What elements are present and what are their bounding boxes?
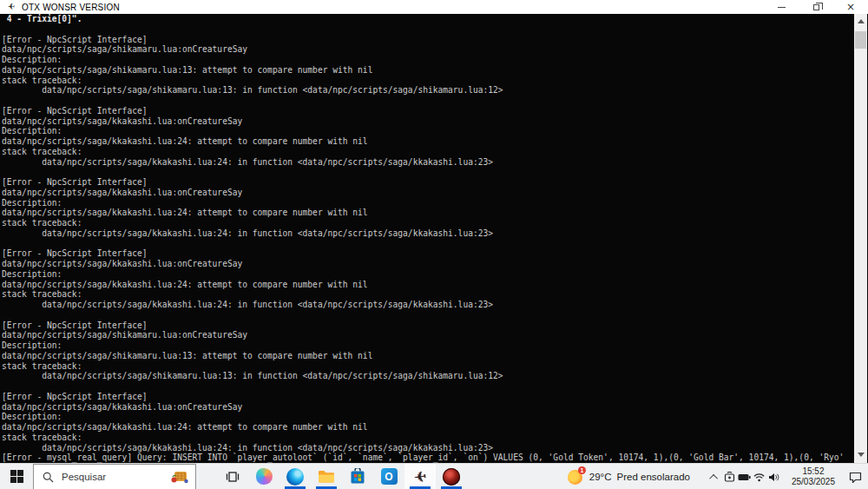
console-line: data/npc/scripts/saga/kkakashi.lua:24: a… xyxy=(2,208,854,218)
console-line: [Error - NpcScript Interface] xyxy=(2,177,854,188)
console-line: [Error - NpcScript Interface] xyxy=(2,35,854,45)
console-line: Description: xyxy=(2,412,854,422)
weather-widget[interactable]: 1 29°C Pred ensolarado xyxy=(559,464,699,489)
console-line xyxy=(2,310,854,320)
console-line: Description: xyxy=(2,269,854,280)
game-orb-icon xyxy=(443,468,460,486)
console-line: data/npc/scripts/saga/kkakashi.lua:24: i… xyxy=(2,300,854,310)
console-line: data/npc/scripts/saga/kkakashi.lua:onCre… xyxy=(2,402,854,413)
console-output: 4 - Trixie[0]".[Error - NpcScript Interf… xyxy=(2,14,854,463)
file-explorer-button[interactable] xyxy=(311,464,342,489)
network-tray-button[interactable] xyxy=(752,464,766,489)
console-line xyxy=(2,381,854,392)
console-line: data/npc/scripts/saga/kkakashi.lua:24: a… xyxy=(2,422,854,433)
scrollbar-thumb[interactable] xyxy=(855,31,866,49)
clock-time: 15:52 xyxy=(792,466,835,477)
microsoft-store-icon xyxy=(350,468,365,485)
task-view-icon xyxy=(226,471,240,483)
console-line: Description: xyxy=(2,340,854,351)
speaker-icon xyxy=(768,472,779,482)
console-window[interactable]: 4 - Trixie[0]".[Error - NpcScript Interf… xyxy=(0,14,868,463)
weather-condition: Pred ensolarado xyxy=(617,472,690,482)
copilot-button[interactable] xyxy=(248,464,279,489)
console-line xyxy=(2,239,854,249)
console-line: data/npc/scripts/saga/kkakashi.lua:24: a… xyxy=(2,280,854,290)
console-line: data/npc/scripts/saga/kkakashi.lua:24: i… xyxy=(2,443,854,453)
console-line: data/npc/scripts/saga/kkakashi.lua:24: i… xyxy=(2,157,854,168)
console-line: stack traceback: xyxy=(2,147,854,157)
restore-icon xyxy=(813,4,819,10)
weather-temperature: 29°C xyxy=(589,472,612,482)
console-line: Description: xyxy=(2,126,854,136)
show-hidden-icons-button[interactable] xyxy=(707,464,722,489)
console-line: 4 - Trixie[0]". xyxy=(2,14,854,24)
window-titlebar: ✈ OTX WONSR VERSION × xyxy=(0,0,868,14)
console-line: data/npc/scripts/saga/shikamaru.lua:13: … xyxy=(2,65,854,76)
desktop-screen: ✈ OTX WONSR VERSION × 4 - Trixie[0]".[Er… xyxy=(0,0,868,489)
weather-badge: 1 xyxy=(578,466,586,474)
outlook-letter: O xyxy=(385,471,392,483)
cast-device-tray-button[interactable] xyxy=(722,464,737,489)
edge-icon xyxy=(286,468,304,486)
edge-button[interactable] xyxy=(279,464,311,489)
scrollbar-up-button[interactable] xyxy=(854,14,867,28)
taskbar-clock[interactable]: 15:52 25/03/2025 xyxy=(788,466,838,487)
close-icon: × xyxy=(846,2,855,12)
console-line: stack traceback: xyxy=(2,433,854,443)
taskbar-app-icons: O ✈ xyxy=(217,464,467,489)
file-explorer-icon xyxy=(318,470,335,484)
console-line: Description: xyxy=(2,55,854,65)
microsoft-store-button[interactable] xyxy=(342,464,373,489)
console-line: data/npc/scripts/saga/kkakashi.lua:onCre… xyxy=(2,188,854,198)
console-line xyxy=(2,167,854,177)
clock-date: 25/03/2025 xyxy=(792,477,835,487)
task-view-button[interactable] xyxy=(217,464,248,489)
console-line xyxy=(2,96,854,106)
action-center-icon xyxy=(849,472,862,483)
wifi-icon xyxy=(753,472,765,482)
scroll-up-icon xyxy=(858,19,865,23)
console-line: [Error - NpcScript Interface] xyxy=(2,320,854,331)
window-airplane-icon[interactable]: ✈ xyxy=(6,2,16,12)
console-line: data/npc/scripts/saga/shikamaru.lua:13: … xyxy=(2,371,854,381)
console-line: data/npc/scripts/saga/kkakashi.lua:24: a… xyxy=(2,136,854,147)
start-button[interactable] xyxy=(0,464,33,489)
cast-device-icon xyxy=(724,472,735,482)
minimize-button[interactable] xyxy=(764,0,799,14)
console-line xyxy=(2,24,854,35)
scroll-down-icon xyxy=(858,453,865,457)
console-line: [Error - NpcScript Interface] xyxy=(2,392,854,402)
search-input[interactable] xyxy=(54,472,171,482)
bing-daily-icon[interactable] xyxy=(171,470,188,484)
close-button[interactable]: × xyxy=(833,0,868,14)
window-title: OTX WONSR VERSION xyxy=(22,3,120,12)
console-line: data/npc/scripts/saga/shikamaru.lua:onCr… xyxy=(2,44,854,55)
volume-tray-button[interactable] xyxy=(766,464,781,489)
otx-app-button[interactable]: ✈ xyxy=(404,464,436,489)
restore-button[interactable] xyxy=(799,0,833,14)
console-line: data/npc/scripts/saga/shikamaru.lua:onCr… xyxy=(2,330,854,340)
window-controls: × xyxy=(764,0,868,14)
console-line: Description: xyxy=(2,198,854,208)
windows-logo-icon xyxy=(10,470,23,483)
otx-airplane-icon: ✈ xyxy=(413,467,428,486)
battery-tray-button[interactable] xyxy=(737,464,752,489)
console-line: [Error - NpcScript Interface] xyxy=(2,106,854,116)
sun-weather-icon: 1 xyxy=(568,470,582,485)
battery-icon xyxy=(738,473,751,481)
copilot-icon xyxy=(256,468,273,485)
game-orb-button[interactable] xyxy=(436,464,467,489)
console-line: stack traceback: xyxy=(2,76,854,86)
console-line: data/npc/scripts/saga/kkakashi.lua:onCre… xyxy=(2,116,854,127)
console-line: data/npc/scripts/saga/shikamaru.lua:13: … xyxy=(2,85,854,96)
console-scrollbar[interactable] xyxy=(854,14,867,463)
outlook-button[interactable]: O xyxy=(373,464,404,489)
outlook-icon: O xyxy=(381,468,398,485)
taskbar: O ✈ 1 29°C Pred ensolarado xyxy=(0,463,868,489)
chevron-up-icon xyxy=(709,473,718,482)
action-center-button[interactable] xyxy=(842,464,868,489)
scrollbar-down-button[interactable] xyxy=(854,447,867,461)
console-line: data/npc/scripts/saga/kkakashi.lua:24: i… xyxy=(2,228,854,239)
console-line: stack traceback: xyxy=(2,289,854,300)
search-box[interactable] xyxy=(33,464,196,489)
